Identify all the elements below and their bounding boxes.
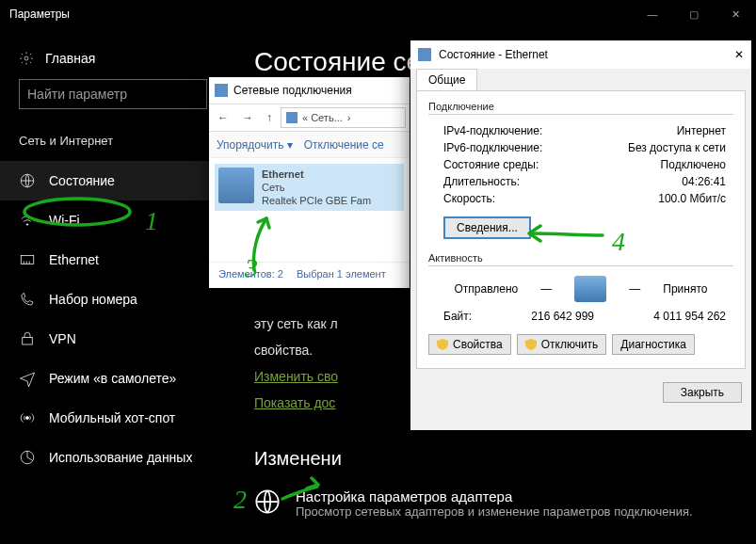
- svg-rect-3: [21, 256, 34, 264]
- nav-ethernet[interactable]: Ethernet: [0, 240, 226, 280]
- search-box: [19, 79, 207, 109]
- close-button[interactable]: ✕: [715, 0, 756, 28]
- nc-list: Ethernet Сеть Realtek PCIe GBE Fam: [209, 158, 410, 262]
- wifi-icon: [19, 212, 36, 229]
- group-activity: Активность: [428, 252, 733, 264]
- status-count: Элементов: 2: [218, 268, 283, 280]
- nav-label: Режим «в самолете»: [49, 371, 176, 386]
- nc-status-bar: Элементов: 2 Выбран 1 элемент: [209, 262, 410, 285]
- nav-wifi[interactable]: Wi-Fi: [0, 200, 226, 240]
- airplane-icon: [19, 370, 36, 387]
- dialog-close-button[interactable]: ✕: [734, 48, 744, 61]
- nav-data-usage[interactable]: Использование данных: [0, 438, 226, 477]
- media-state-value: Подключено: [661, 158, 726, 171]
- nav-up-button[interactable]: ↑: [262, 109, 277, 126]
- diagnose-button[interactable]: Диагностика: [612, 334, 695, 355]
- svg-rect-8: [215, 84, 228, 97]
- nc-address-bar: ← → ↑ « Сеть... ›: [209, 104, 410, 132]
- maximize-button[interactable]: ▢: [673, 0, 715, 28]
- section-heading: Изменени: [254, 448, 728, 470]
- monitor-icon: [574, 276, 606, 302]
- svg-point-0: [24, 56, 28, 60]
- group-connection: Подключение: [428, 101, 733, 112]
- ipv6-value: Без доступа к сети: [628, 141, 726, 154]
- status-icon: [19, 172, 36, 189]
- search-input[interactable]: [19, 79, 207, 109]
- nav-label: Мобильный хот-спот: [49, 410, 175, 425]
- activity-diagram: Отправлено — — Принято: [428, 276, 733, 302]
- bytes-label: Байт:: [443, 310, 472, 323]
- adapter-subtitle: Просмотр сетевых адаптеров и изменение п…: [296, 504, 693, 519]
- nav-label: Состояние: [49, 173, 115, 188]
- details-button[interactable]: Сведения...: [443, 216, 531, 239]
- nav-status[interactable]: Состояние: [0, 161, 226, 200]
- home-button[interactable]: Главная: [0, 41, 226, 75]
- ethernet-status-icon: [418, 48, 431, 61]
- connection-item-ethernet[interactable]: Ethernet Сеть Realtek PCIe GBE Fam: [215, 164, 404, 211]
- nc-title-text: Сетевые подключения: [233, 84, 352, 97]
- shield-icon: [525, 339, 537, 350]
- nav-label: Использование данных: [49, 450, 192, 465]
- nc-path-icon: [286, 112, 298, 123]
- nav-label: Набор номера: [49, 292, 137, 307]
- data-usage-icon: [19, 449, 36, 466]
- globe-icon: [254, 488, 281, 515]
- ipv4-value: Интернет: [677, 124, 726, 137]
- nav-label: Wi-Fi: [49, 213, 80, 228]
- status-title-bar: Состояние - Ethernet ✕: [410, 40, 751, 69]
- duration-value: 04:26:41: [682, 175, 726, 188]
- tab-general[interactable]: Общие: [416, 69, 477, 90]
- gear-icon: [19, 51, 34, 66]
- settings-sidebar: Главная Сеть и Интернет Состояние Wi-Fi …: [0, 28, 226, 544]
- settings-title-bar: Параметры — ▢ ✕: [0, 0, 756, 28]
- dialup-icon: [19, 291, 36, 308]
- speed-value: 100.0 Мбит/с: [658, 192, 726, 205]
- ethernet-icon: [19, 251, 36, 268]
- status-title-text: Состояние - Ethernet: [439, 48, 548, 61]
- organize-menu[interactable]: Упорядочить ▾: [217, 138, 293, 152]
- hotspot-icon: [19, 409, 36, 426]
- nav-fwd-button[interactable]: →: [237, 109, 258, 126]
- settings-window-title: Параметры: [9, 8, 70, 21]
- bytes-sent-value: 216 642 999: [472, 310, 653, 323]
- adapter-settings-row[interactable]: Настройка параметров адаптера Просмотр с…: [254, 488, 728, 519]
- ethernet-status-dialog: Состояние - Ethernet ✕ Общие Подключение…: [410, 40, 751, 430]
- connection-network: Сеть: [262, 181, 371, 194]
- nc-icon: [215, 84, 228, 97]
- disable-button[interactable]: Отключить: [517, 334, 607, 355]
- nc-title-bar: Сетевые подключения: [209, 77, 410, 104]
- svg-point-5: [26, 417, 29, 420]
- connection-icon: [218, 168, 254, 203]
- connection-device: Realtek PCIe GBE Fam: [262, 194, 371, 207]
- home-label: Главная: [45, 51, 95, 66]
- svg-point-2: [26, 224, 28, 226]
- connection-name: Ethernet: [262, 168, 371, 181]
- disable-device-button[interactable]: Отключение се: [304, 138, 384, 152]
- close-dialog-button[interactable]: Закрыть: [663, 382, 742, 403]
- adapter-title: Настройка параметров адаптера: [296, 488, 693, 504]
- svg-rect-4: [23, 338, 33, 345]
- status-selection: Выбран 1 элемент: [297, 268, 386, 280]
- nav-back-button[interactable]: ←: [213, 109, 233, 126]
- recv-label: Принято: [663, 282, 707, 296]
- nav-vpn[interactable]: VPN: [0, 319, 226, 359]
- nav-hotspot[interactable]: Мобильный хот-спот: [0, 398, 226, 438]
- nav-airplane[interactable]: Режим «в самолете»: [0, 359, 226, 398]
- minimize-button[interactable]: —: [632, 0, 673, 28]
- nav-group-title: Сеть и Интернет: [0, 130, 226, 161]
- nav-dialup[interactable]: Набор номера: [0, 280, 226, 319]
- svg-rect-10: [418, 48, 431, 61]
- nav-label: Ethernet: [49, 252, 99, 267]
- shield-icon: [437, 339, 448, 350]
- address-field[interactable]: « Сеть... ›: [281, 107, 406, 128]
- svg-rect-9: [286, 112, 298, 123]
- properties-button[interactable]: Свойства: [428, 334, 511, 355]
- sent-label: Отправлено: [455, 282, 519, 296]
- nc-toolbar: Упорядочить ▾ Отключение се: [209, 132, 410, 158]
- vpn-icon: [19, 330, 36, 347]
- network-connections-window: Сетевые подключения ← → ↑ « Сеть... › Уп…: [209, 77, 410, 288]
- bytes-recv-value: 4 011 954 262: [653, 310, 726, 323]
- nav-label: VPN: [49, 331, 76, 346]
